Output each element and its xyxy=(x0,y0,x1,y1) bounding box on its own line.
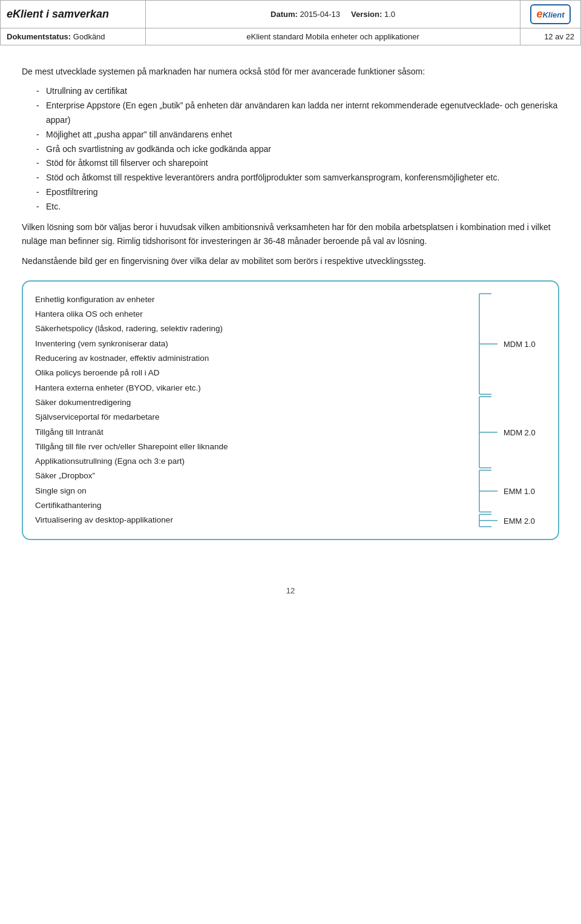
page-info-cell: 12 av 22 xyxy=(520,28,581,45)
logo: eKlient xyxy=(530,4,570,24)
page-info: 12 av 22 xyxy=(544,32,574,41)
bracket-label: EMM 2.0 xyxy=(504,516,535,525)
header-datum-version: Datum: 2015-04-13 Version: 1.0 xyxy=(146,1,520,28)
diagram-item: Virtualisering av desktop-applikationer xyxy=(35,513,467,527)
bullet-item: Etc. xyxy=(36,200,559,214)
datum-label: Datum: xyxy=(271,10,298,19)
diagram-item: Självserviceportal för medarbetare xyxy=(35,410,467,424)
logo-rest: Klient xyxy=(542,10,564,19)
page-number: 12 xyxy=(286,586,295,595)
logo-e: e xyxy=(536,8,542,20)
diagram-item: Hantera olika OS och enheter xyxy=(35,307,467,322)
diagram-item: Applikationsutrullning (Egna och 3:e par… xyxy=(35,454,467,469)
doc-subject-cell: eKlient standard Mobila enheter och appl… xyxy=(146,28,520,45)
doc-status-cell: Dokumentstatus: Godkänd xyxy=(1,28,146,45)
para1: Vilken lösning som bör väljas beror i hu… xyxy=(22,220,559,248)
bracket-label: MDM 2.0 xyxy=(504,428,536,437)
para2: Nedanstående bild ger en fingervisning ö… xyxy=(22,254,559,268)
diagram-item: Certifikathantering xyxy=(35,498,467,513)
bullet-list: Utrullning av certifikatEnterprise Appst… xyxy=(36,84,559,214)
bullet-item: Grå och svartlistning av godkända och ic… xyxy=(36,142,559,157)
doc-status-label: Dokumentstatus: xyxy=(7,32,71,41)
diagram-item: Säkerhetspolicy (låskod, radering, selek… xyxy=(35,322,467,336)
datum-value: 2015-04-13 xyxy=(300,10,340,19)
doc-status-value: Godkänd xyxy=(73,32,105,41)
bullet-item: Enterprise Appstore (En egen „butik” på … xyxy=(36,99,559,128)
version-value: 1.0 xyxy=(384,10,395,19)
diagram-item: Enhetlig konfiguration av enheter xyxy=(35,292,467,307)
app-title-text: eKlient i samverkan xyxy=(7,8,109,20)
bracket-diagram: MDM 1.0MDM 2.0EMM 1.0EMM 2.0 xyxy=(473,292,546,528)
page-footer: 12 xyxy=(0,586,581,595)
diagram-item: Hantera externa enheter (BYOD, vikarier … xyxy=(35,381,467,395)
intro-text: De mest utvecklade systemen på marknaden… xyxy=(22,65,559,78)
logo-cell: eKlient xyxy=(520,1,581,28)
bullet-item: Utrullning av certifikat xyxy=(36,84,559,99)
diagram-item: Säker dokumentredigering xyxy=(35,395,467,410)
diagram-item: Single sign on xyxy=(35,484,467,498)
app-title: eKlient i samverkan xyxy=(1,1,146,28)
bullet-item: Stöd och åtkomst till respektive leveran… xyxy=(36,171,559,185)
diagram-right: MDM 1.0MDM 2.0EMM 1.0EMM 2.0 xyxy=(467,292,546,528)
bullet-item: Möjlighet att „pusha appar” till använda… xyxy=(36,128,559,142)
doc-subject: eKlient standard Mobila enheter och appl… xyxy=(246,32,419,41)
page-content: De mest utvecklade systemen på marknaden… xyxy=(0,45,581,574)
diagram-item: Tillgång till Intranät xyxy=(35,425,467,440)
diagram-item: Säker „Dropbox” xyxy=(35,469,467,483)
diagram-item: Reducering av kostnader, effektiv admini… xyxy=(35,351,467,366)
diagram-item: Tillgång till file rver och/eller Sharep… xyxy=(35,440,467,454)
header-table: eKlient i samverkan Datum: 2015-04-13 Ve… xyxy=(0,0,581,45)
bracket-label: EMM 1.0 xyxy=(504,487,535,496)
bullet-item: Epostfiltrering xyxy=(36,185,559,200)
version-label: Version: xyxy=(351,10,382,19)
diagram-left: Enhetlig konfiguration av enheterHantera… xyxy=(35,292,467,528)
bracket-label: MDM 1.0 xyxy=(504,340,536,349)
diagram-item: Inventering (vem synkroniserar data) xyxy=(35,337,467,351)
bullet-item: Stöd för åtkomst till filserver och shar… xyxy=(36,156,559,171)
diagram-item: Olika policys beroende på roll i AD xyxy=(35,366,467,380)
diagram-box: Enhetlig konfiguration av enheterHantera… xyxy=(22,280,559,540)
